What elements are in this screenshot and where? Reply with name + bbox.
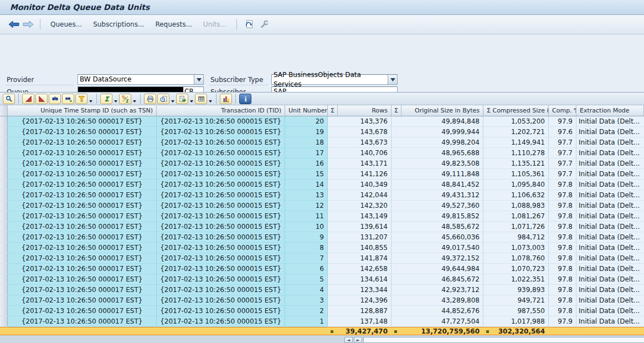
cell-tid[interactable]: {2017-02-13 10:26:50 000015 EST} bbox=[157, 180, 285, 190]
cell-compressed-size[interactable]: 1,135,121 bbox=[483, 158, 549, 169]
info-button[interactable]: i bbox=[239, 94, 251, 104]
column-header-original-size[interactable]: Σ Original Size in Bytes bbox=[391, 105, 483, 116]
cell-rows[interactable]: 139,614 bbox=[328, 222, 391, 232]
selection-column-header[interactable] bbox=[0, 105, 8, 116]
cell-row-selector[interactable] bbox=[0, 148, 8, 158]
cell-unit-number[interactable]: 19 bbox=[285, 127, 328, 137]
cell-original-size[interactable]: 43,289,808 bbox=[391, 295, 483, 306]
cell-timestamp[interactable]: {2017-02-13 10:26:50 000017 EST} bbox=[8, 158, 157, 169]
export-button[interactable] bbox=[176, 94, 188, 104]
cell-tid[interactable]: {2017-02-13 10:26:50 000015 EST} bbox=[157, 158, 285, 169]
cell-unit-number[interactable]: 11 bbox=[285, 211, 328, 222]
cell-extraction-mode[interactable]: Initial Data (Delt... bbox=[576, 148, 644, 158]
requests-button[interactable]: Requests... bbox=[150, 19, 197, 30]
cell-unit-number[interactable]: 16 bbox=[285, 158, 328, 169]
views-dropdown-arrow[interactable] bbox=[170, 94, 175, 104]
cell-original-size[interactable]: 42,923,712 bbox=[391, 285, 483, 295]
column-header-timestamp[interactable]: Unique Time Stamp ID (such as TSN) bbox=[8, 105, 157, 116]
cell-rows[interactable]: 143,673 bbox=[328, 137, 391, 148]
cell-rows[interactable]: 137,148 bbox=[328, 316, 391, 327]
cell-row-selector[interactable] bbox=[0, 253, 8, 264]
cell-timestamp[interactable]: {2017-02-13 10:26:50 000017 EST} bbox=[8, 190, 157, 201]
cell-comp-pct[interactable]: 97.8 bbox=[549, 201, 576, 211]
cell-compressed-size[interactable]: 1,095,840 bbox=[483, 180, 549, 190]
cell-comp-pct[interactable]: 97.6 bbox=[549, 127, 576, 137]
cell-original-size[interactable]: 44,852,676 bbox=[391, 306, 483, 316]
total-button[interactable]: Σ bbox=[100, 94, 112, 104]
cell-extraction-mode[interactable]: Initial Data (Delt... bbox=[576, 295, 644, 306]
cell-timestamp[interactable]: {2017-02-13 10:26:50 000017 EST} bbox=[8, 243, 157, 253]
cell-extraction-mode[interactable]: Initial Data (Delt... bbox=[576, 264, 644, 274]
cell-rows[interactable]: 140,706 bbox=[328, 148, 391, 158]
cell-unit-number[interactable]: 10 bbox=[285, 222, 328, 232]
cell-row-selector[interactable] bbox=[0, 295, 8, 306]
cell-tid[interactable]: {2017-02-13 10:26:50 000015 EST} bbox=[157, 222, 285, 232]
cell-unit-number[interactable]: 3 bbox=[285, 295, 328, 306]
cell-extraction-mode[interactable]: Initial Data (Delt... bbox=[576, 116, 644, 127]
cell-unit-number[interactable]: 7 bbox=[285, 253, 328, 264]
cell-unit-number[interactable]: 1 bbox=[285, 316, 328, 327]
cell-rows[interactable]: 142,044 bbox=[328, 190, 391, 201]
cell-tid[interactable]: {2017-02-13 10:26:50 000015 EST} bbox=[157, 148, 285, 158]
cell-original-size[interactable]: 48,965,688 bbox=[391, 148, 483, 158]
cell-extraction-mode[interactable]: Initial Data (Delt... bbox=[576, 211, 644, 222]
column-header-comp-pct[interactable]: Comp. % bbox=[549, 105, 576, 116]
cell-rows[interactable]: 134,614 bbox=[328, 274, 391, 285]
column-header-compressed-size[interactable]: Σ Compressed Size in... bbox=[483, 105, 549, 116]
subtotal-button[interactable]: %Σ bbox=[119, 94, 131, 104]
cell-compressed-size[interactable]: 939,893 bbox=[483, 285, 549, 295]
cell-extraction-mode[interactable]: Initial Data (Delt... bbox=[576, 158, 644, 169]
cell-comp-pct[interactable]: 97.7 bbox=[549, 158, 576, 169]
cell-original-size[interactable]: 46,845,672 bbox=[391, 274, 483, 285]
refresh-icon[interactable] bbox=[243, 19, 256, 30]
cell-row-selector[interactable] bbox=[0, 306, 8, 316]
cell-unit-number[interactable]: 14 bbox=[285, 180, 328, 190]
cell-unit-number[interactable]: 15 bbox=[285, 169, 328, 180]
chevron-down-icon[interactable] bbox=[388, 75, 397, 84]
cell-tid[interactable]: {2017-02-13 10:26:50 000015 EST} bbox=[157, 253, 285, 264]
cell-comp-pct[interactable]: 97.7 bbox=[549, 137, 576, 148]
sort-desc-button[interactable] bbox=[35, 94, 48, 104]
cell-tid[interactable]: {2017-02-13 10:26:50 000015 EST} bbox=[157, 169, 285, 180]
cell-comp-pct[interactable]: 97.8 bbox=[549, 180, 576, 190]
cell-row-selector[interactable] bbox=[0, 201, 8, 211]
cell-timestamp[interactable]: {2017-02-13 10:26:50 000017 EST} bbox=[8, 148, 157, 158]
filter-button[interactable] bbox=[75, 94, 87, 104]
cell-compressed-size[interactable]: 1,149,941 bbox=[483, 137, 549, 148]
cell-original-size[interactable]: 49,017,540 bbox=[391, 243, 483, 253]
cell-rows[interactable]: 142,658 bbox=[328, 264, 391, 274]
cell-extraction-mode[interactable]: Initial Data (Delt... bbox=[576, 169, 644, 180]
cell-comp-pct[interactable]: 97.8 bbox=[549, 211, 576, 222]
cell-timestamp[interactable]: {2017-02-13 10:26:50 000017 EST} bbox=[8, 274, 157, 285]
cell-original-size[interactable]: 47,727,504 bbox=[391, 316, 483, 327]
cell-compressed-size[interactable]: 1,105,361 bbox=[483, 169, 549, 180]
cell-rows[interactable]: 141,126 bbox=[328, 169, 391, 180]
cell-original-size[interactable]: 49,999,944 bbox=[391, 127, 483, 137]
cell-rows[interactable]: 143,376 bbox=[328, 116, 391, 127]
cell-comp-pct[interactable]: 97.8 bbox=[549, 295, 576, 306]
cell-compressed-size[interactable]: 1,022,351 bbox=[483, 274, 549, 285]
cell-unit-number[interactable]: 20 bbox=[285, 116, 328, 127]
cell-timestamp[interactable]: {2017-02-13 10:26:50 000017 EST} bbox=[8, 127, 157, 137]
cell-row-selector[interactable] bbox=[0, 211, 8, 222]
cell-timestamp[interactable]: {2017-02-13 10:26:50 000017 EST} bbox=[8, 137, 157, 148]
queues-button[interactable]: Queues... bbox=[45, 19, 87, 30]
cell-timestamp[interactable]: {2017-02-13 10:26:50 000017 EST} bbox=[8, 316, 157, 327]
cell-compressed-size[interactable]: 1,110,278 bbox=[483, 148, 549, 158]
cell-timestamp[interactable]: {2017-02-13 10:26:50 000017 EST} bbox=[8, 211, 157, 222]
cell-original-size[interactable]: 48,585,672 bbox=[391, 222, 483, 232]
cell-original-size[interactable]: 49,644,984 bbox=[391, 264, 483, 274]
export-dropdown-arrow[interactable] bbox=[189, 94, 194, 104]
cell-row-selector[interactable] bbox=[0, 180, 8, 190]
filter-dropdown-arrow[interactable] bbox=[88, 94, 93, 104]
cell-unit-number[interactable]: 9 bbox=[285, 232, 328, 243]
cell-row-selector[interactable] bbox=[0, 190, 8, 201]
total-dropdown-arrow[interactable] bbox=[113, 94, 118, 104]
sort-asc-button[interactable] bbox=[22, 94, 34, 104]
forward-arrow-icon[interactable] bbox=[21, 19, 35, 29]
cell-compressed-size[interactable]: 1,078,760 bbox=[483, 253, 549, 264]
cell-extraction-mode[interactable]: Initial Data (Delt... bbox=[576, 306, 644, 316]
cell-extraction-mode[interactable]: Initial Data (Delt... bbox=[576, 201, 644, 211]
cell-extraction-mode[interactable]: Initial Data (Delt... bbox=[576, 222, 644, 232]
cell-tid[interactable]: {2017-02-13 10:26:50 000015 EST} bbox=[157, 295, 285, 306]
